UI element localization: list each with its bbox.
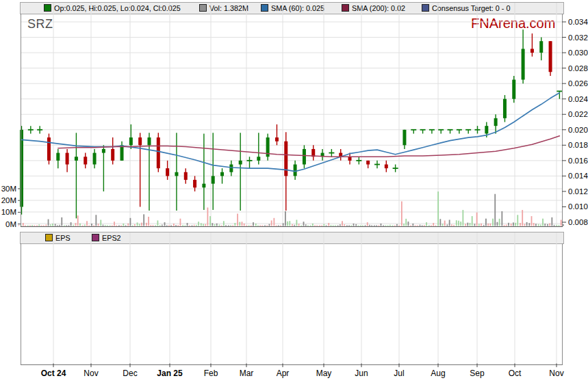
price-axis-label: 0.008 [568,218,588,226]
volume-axis-label: 30M [1,185,16,193]
price-axis-label: 0.014 [568,172,588,180]
volume-axis-label: 10M [1,208,16,216]
axes-layer [21,14,563,365]
eps-legend-swatch [45,234,53,241]
candles-layer [20,29,562,218]
ohlc-legend-label: Op:0.025, Hi:0.025, Lo:0.024, Cl:0.025 [54,4,181,12]
legend-item-eps2: EPS2 [92,234,121,242]
month-axis-label: Feb [204,369,218,378]
consensus-target-legend-label: Consensus Target: 0 - 0 [432,4,510,12]
month-axis-label: Aug [431,369,445,378]
sma60-legend-label: SMA (60): 0.025 [271,4,324,12]
stock-chart: Op:0.025, Hi:0.025, Lo:0.024, Cl:0.025 V… [0,0,588,387]
grid-layer [21,3,563,364]
volume-legend-label: Vol: 1.382M [209,4,248,12]
month-axis-label: Sep [470,369,485,378]
month-axis-label: Oct 24 [41,369,66,378]
consensus-target-legend-swatch [422,4,429,12]
volume-layer [18,191,564,226]
price-axis-label: 0.012 [568,187,588,196]
price-axis-label: 0.032 [568,34,588,42]
month-axis-label: Jun [355,369,368,378]
price-axis-labels: 0.0340.0320.0300.0280.0260.0240.0220.020… [562,18,588,226]
price-axis-label: 0.034 [568,18,588,26]
month-axis-label: Nov [549,369,563,378]
legend-item-consensus-target: Consensus Target: 0 - 0 [422,4,510,12]
sma200-legend-label: SMA (200): 0.02 [352,4,405,12]
fnarena-watermark: FNArena.com [471,16,555,31]
price-axis-label: 0.024 [568,95,588,103]
volume-legend-swatch [199,4,207,12]
sma60-line [22,93,560,172]
volume-axis-label: 0M [5,220,16,228]
price-axis-label: 0.018 [568,141,588,149]
month-axis-label: Dec [123,369,137,378]
month-axis-label: May [316,369,332,378]
month-axis-label: Apr [277,369,290,378]
legend-item-eps: EPS [45,234,71,242]
volume-axis-labels: 30M20M10M0M [1,185,21,228]
eps2-legend-swatch [92,234,99,241]
sma200-legend-swatch [342,4,349,12]
legend-item-ohlc: Op:0.025, Hi:0.025, Lo:0.024, Cl:0.025 [44,4,181,12]
price-axis-label: 0.020 [568,126,588,134]
chart-legend-bar: Op:0.025, Hi:0.025, Lo:0.024, Cl:0.025 V… [20,2,564,14]
ticker-symbol: SRZ [27,17,53,31]
price-axis-label: 0.030 [568,49,588,57]
eps2-legend-label: EPS2 [102,234,121,242]
legend-item-sma200: SMA (200): 0.02 [342,4,405,12]
month-axis-label: Jan 25 [157,369,183,378]
month-axis-labels: Oct 24NovDecJan 25FebMarAprMayJunJulAugS… [41,364,564,379]
month-axis-label: Jul [394,369,404,378]
month-axis-label: Nov [84,369,98,378]
legend-item-volume: Vol: 1.382M [199,4,248,12]
price-axis-label: 0.028 [568,64,588,72]
price-axis-label: 0.010 [568,202,588,211]
eps-legend-bar: EPS EPS2 [20,232,564,244]
price-axis-label: 0.016 [568,157,588,165]
legend-item-sma60: SMA (60): 0.025 [261,4,324,12]
sma60-legend-swatch [261,4,268,12]
price-axis-label: 0.022 [568,110,588,118]
sma200-line [58,136,560,157]
month-axis-label: Oct [509,369,522,378]
price-axis-label: 0.026 [568,79,588,88]
ohlc-legend-swatch [44,4,51,12]
month-axis-label: Mar [240,369,254,378]
chart-canvas: 0.0340.0320.0300.0280.0260.0240.0220.020… [0,0,588,387]
eps-legend-label: EPS [55,234,71,242]
volume-axis-label: 20M [1,196,16,204]
